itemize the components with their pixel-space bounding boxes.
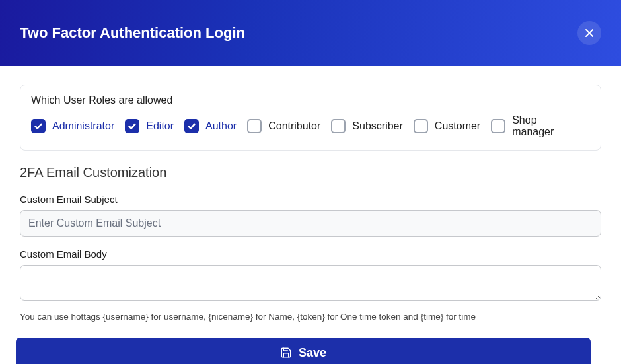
- roles-row: Administrator Editor Author Contributor: [31, 114, 590, 138]
- check-icon: [34, 122, 43, 131]
- role-label: Contributor: [268, 120, 320, 132]
- save-icon: [280, 347, 292, 359]
- role-contributor: Contributor: [247, 119, 330, 133]
- role-label: Editor: [146, 120, 174, 132]
- save-button-label: Save: [299, 346, 326, 360]
- role-checkbox-administrator[interactable]: [31, 119, 46, 133]
- body-textarea[interactable]: [20, 265, 601, 301]
- role-checkbox-contributor[interactable]: [247, 119, 262, 133]
- save-button[interactable]: Save: [16, 338, 591, 364]
- role-label: Administrator: [52, 120, 114, 132]
- role-label: Subscriber: [352, 120, 402, 132]
- role-checkbox-customer[interactable]: [414, 119, 428, 133]
- modal-title: Two Factor Authentication Login: [20, 24, 245, 42]
- role-checkbox-shop-manager[interactable]: [491, 119, 505, 133]
- role-customer: Customer: [414, 119, 490, 133]
- role-label: Shop manager: [512, 114, 579, 138]
- modal-content: Which User Roles are allowed Administrat…: [0, 66, 621, 364]
- body-label: Custom Email Body: [20, 248, 601, 260]
- subject-field: Custom Email Subject: [20, 194, 601, 237]
- roles-card-title: Which User Roles are allowed: [31, 94, 590, 106]
- role-checkbox-editor[interactable]: [125, 119, 139, 133]
- modal-header: Two Factor Authentication Login: [0, 0, 621, 66]
- body-field: Custom Email Body: [20, 248, 601, 303]
- hottags-hint: You can use hottags {username} for usern…: [20, 312, 601, 322]
- check-icon: [187, 122, 196, 131]
- close-button[interactable]: [577, 21, 601, 45]
- subject-label: Custom Email Subject: [20, 194, 601, 205]
- role-author: Author: [184, 119, 246, 133]
- close-icon: [584, 28, 595, 38]
- check-icon: [128, 122, 137, 131]
- roles-card: Which User Roles are allowed Administrat…: [20, 85, 601, 151]
- role-checkbox-author[interactable]: [184, 119, 199, 133]
- role-administrator: Administrator: [31, 119, 124, 133]
- role-subscriber: Subscriber: [331, 119, 412, 133]
- role-checkbox-subscriber[interactable]: [331, 119, 346, 133]
- subject-input[interactable]: [20, 210, 601, 237]
- role-shop-manager: Shop manager: [491, 114, 589, 138]
- role-label: Author: [205, 120, 237, 132]
- customization-title: 2FA Email Customization: [20, 165, 601, 180]
- role-editor: Editor: [125, 119, 183, 133]
- role-label: Customer: [435, 120, 480, 132]
